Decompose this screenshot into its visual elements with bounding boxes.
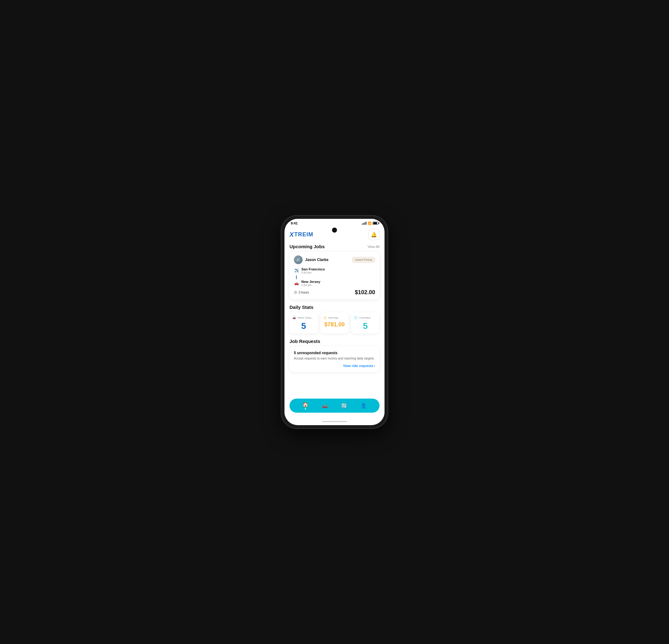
rides-today-card: 🚗 Rides Today 5 — [289, 312, 318, 333]
request-card: 5 unresponded requests Accept requests t… — [289, 346, 380, 372]
logo-x: X — [289, 231, 294, 238]
home-bar — [322, 421, 347, 422]
dollar-icon: $ — [324, 316, 325, 319]
upcoming-jobs-title: Upcoming Jobs — [289, 244, 325, 249]
daily-stats-header: Daily Stats — [284, 303, 385, 312]
job-price: $102.00 — [355, 289, 375, 296]
job-card-header: JC Jason Clarke Airport Pickup — [294, 255, 375, 264]
wifi-icon: 📶 — [368, 221, 371, 225]
nav-pill: 🏠 🚗 🔄 👤 — [289, 399, 380, 413]
destination-time: 1:00 pm — [301, 284, 321, 287]
view-all-link[interactable]: View All — [368, 245, 380, 248]
view-requests-link[interactable]: View ride requests › — [294, 364, 375, 368]
rides-icon-badge: 🚗 — [292, 315, 296, 320]
job-card[interactable]: JC Jason Clarke Airport Pickup ✈️ San Fr… — [289, 252, 380, 300]
cancelled-icon-badge: ! — [354, 315, 358, 320]
phone-screen: 9:41 📶 X TREIM — [284, 219, 385, 425]
car-icon: 🚗 — [294, 281, 299, 285]
status-bar: 9:41 📶 — [284, 219, 385, 226]
rides-nav-icon: 🚗 — [322, 403, 328, 409]
screen-content: X TREIM 🔔 Upcoming Jobs View All JC Jaso… — [284, 226, 385, 396]
earnings-value: $781.00 — [323, 322, 346, 327]
job-requests-title: Job Requests — [289, 339, 320, 344]
bell-icon: 🔔 — [371, 232, 377, 238]
camera-notch — [332, 228, 337, 233]
nav-profile[interactable]: 👤 — [360, 403, 367, 409]
driver-name: Jason Clarke — [305, 258, 329, 262]
earnings-icon-badge: $ — [323, 315, 327, 320]
cancelled-label-row: ! Cancelled — [354, 315, 377, 320]
origin-details: San Francisco 5:00 pm — [301, 267, 325, 274]
stats-grid: 🚗 Rides Today 5 $ Earnings $781.00 — [289, 312, 380, 333]
home-indicator — [284, 416, 385, 425]
cancelled-value: 5 — [354, 322, 377, 330]
rides-value: 5 — [292, 322, 315, 330]
rides-icon: 🚗 — [293, 316, 296, 319]
request-title: 5 unresponded requests — [294, 351, 375, 355]
duration-text: 3 hours — [299, 291, 309, 294]
profile-icon: 👤 — [360, 403, 367, 409]
request-description: Accept requests to earn money and reachi… — [294, 356, 375, 361]
app-logo: X TREIM — [289, 231, 313, 238]
status-time: 9:41 — [291, 221, 298, 225]
driver-avatar: JC — [294, 255, 303, 264]
origin-time: 5:00 pm — [301, 271, 325, 274]
destination-row: 🚗 New Jersey 1:00 pm — [294, 280, 375, 287]
activity-icon: 🔄 — [341, 403, 347, 409]
origin-row: ✈️ San Francisco 5:00 pm — [294, 267, 375, 274]
driver-info: JC Jason Clarke — [294, 255, 329, 264]
daily-stats-title: Daily Stats — [289, 304, 314, 310]
notifications-button[interactable]: 🔔 — [368, 229, 380, 240]
cancelled-label: Cancelled — [359, 316, 370, 319]
nav-activity[interactable]: 🔄 — [341, 403, 347, 409]
chevron-right-icon: › — [374, 364, 375, 368]
bottom-nav: 🏠 🚗 🔄 👤 — [284, 396, 385, 416]
origin-city: San Francisco — [301, 267, 325, 271]
destination-details: New Jersey 1:00 pm — [301, 280, 321, 287]
earnings-label: Earnings — [329, 316, 339, 319]
clock-icon: ⏱ — [294, 291, 297, 295]
status-icons: 📶 — [362, 221, 379, 225]
rides-label-row: 🚗 Rides Today — [292, 315, 315, 320]
rides-label: Rides Today — [298, 316, 311, 319]
phone-frame: 9:41 📶 X TREIM — [281, 216, 388, 428]
cancelled-card: ! Cancelled 5 — [351, 312, 380, 333]
route-connector — [294, 275, 299, 279]
upcoming-jobs-header: Upcoming Jobs View All — [284, 243, 385, 252]
earnings-card: $ Earnings $781.00 — [321, 312, 349, 333]
destination-city: New Jersey — [301, 280, 321, 284]
battery-icon — [373, 221, 378, 225]
job-requests-header: Job Requests — [284, 337, 385, 346]
earnings-label-row: $ Earnings — [323, 315, 346, 320]
nav-home[interactable]: 🏠 — [302, 402, 309, 410]
signal-icon — [362, 221, 367, 225]
warning-icon: ! — [355, 316, 356, 319]
nav-active-dot — [305, 408, 306, 410]
job-badge: Airport Pickup — [352, 257, 375, 262]
plane-icon: ✈️ — [294, 269, 299, 273]
home-icon: 🏠 — [302, 402, 309, 407]
nav-rides[interactable]: 🚗 — [322, 403, 328, 409]
job-footer: ⏱ 3 hours $102.00 — [294, 289, 375, 296]
logo-text: TREIM — [294, 231, 313, 238]
duration-info: ⏱ 3 hours — [294, 291, 309, 295]
